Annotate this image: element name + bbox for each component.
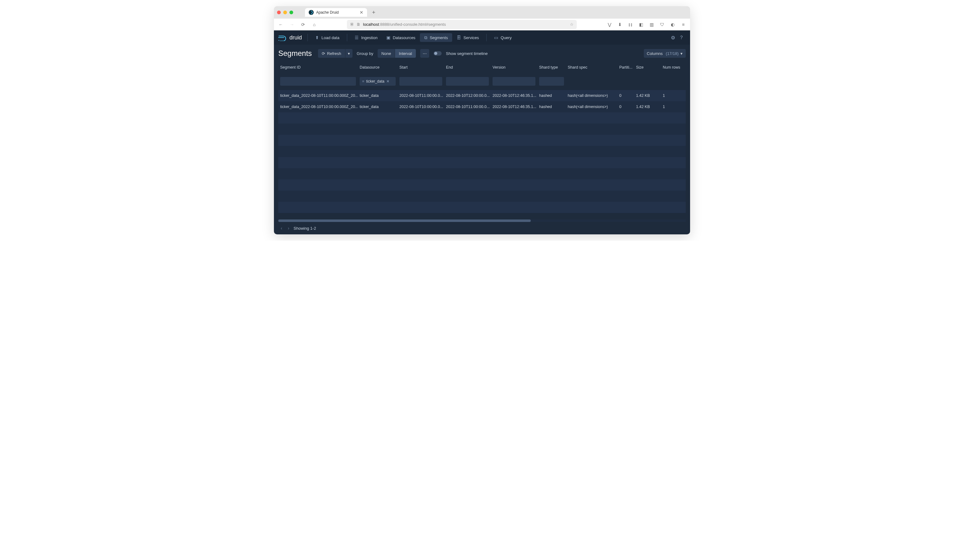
svg-point-1 xyxy=(278,40,280,41)
cell: hashed xyxy=(537,93,566,98)
nav-segments[interactable]: ⧉ Segments xyxy=(420,33,453,42)
pager-next-icon[interactable]: › xyxy=(287,226,291,230)
downloads-icon[interactable]: ⬇ xyxy=(616,20,624,29)
show-timeline-toggle[interactable] xyxy=(433,51,441,55)
nav-segments-label: Segments xyxy=(430,36,448,40)
clear-filter-icon[interactable]: ✕ xyxy=(386,79,389,83)
filter-datasource-chip[interactable]: = ticker_data ✕ xyxy=(360,77,396,86)
table-row xyxy=(278,157,686,168)
columns-button[interactable]: Columns (17/18) ▾ xyxy=(644,49,686,58)
table-row[interactable]: ticker_data_2022-08-10T11:00:00.000Z_20.… xyxy=(278,90,686,101)
browser-tab[interactable]: Apache Druid ✕ xyxy=(305,8,367,17)
horizontal-scrollbar[interactable] xyxy=(278,219,686,222)
ublock-icon[interactable]: 🛡 xyxy=(658,20,666,29)
database-icon: 🗄 xyxy=(456,35,461,40)
filter-segment-id[interactable] xyxy=(280,77,356,86)
cell: 2022-08-10T12:46:35.1... xyxy=(491,105,537,109)
extension1-icon[interactable]: ▥ xyxy=(647,20,656,29)
shield-icon: ⛨ xyxy=(350,22,354,27)
nav-load-data[interactable]: ⬆ Load data xyxy=(311,33,344,42)
group-by-buttons: None Interval xyxy=(378,49,416,58)
table-body: ticker_data_2022-08-10T11:00:00.000Z_20.… xyxy=(278,90,686,219)
nav-services[interactable]: 🗄 Services xyxy=(452,33,483,42)
new-tab-button[interactable]: + xyxy=(370,9,378,16)
refresh-dropdown[interactable]: ▾ xyxy=(345,49,352,58)
show-timeline-label: Show segment timeline xyxy=(446,51,488,56)
filter-start[interactable] xyxy=(399,77,442,86)
site-info-icon: 🗎 xyxy=(357,22,361,27)
nav-reload-icon[interactable]: ⟳ xyxy=(299,20,308,29)
table-row xyxy=(278,146,686,157)
nav-query[interactable]: ▭ Query xyxy=(490,33,516,42)
col-num-rows[interactable]: Num rows xyxy=(661,65,684,70)
pocket-icon[interactable]: ⋁ xyxy=(605,20,614,29)
page-title: Segments xyxy=(278,49,312,58)
filter-version[interactable] xyxy=(493,77,536,86)
url-host: localhost xyxy=(363,22,379,27)
col-start[interactable]: Start xyxy=(397,65,444,70)
col-size[interactable]: Size xyxy=(634,65,661,70)
window-maximize[interactable] xyxy=(290,11,293,14)
app-header: druid ⬆ Load data ☰ Ingestion ▣ Datasour… xyxy=(274,31,690,45)
col-datasource[interactable]: Datasource xyxy=(358,65,397,70)
window-close[interactable] xyxy=(277,11,281,14)
tab-close-icon[interactable]: ✕ xyxy=(360,10,363,15)
sidebar-icon[interactable]: ◧ xyxy=(637,20,645,29)
col-partition[interactable]: Partiti... xyxy=(617,65,634,70)
cell: 0 xyxy=(617,93,634,98)
col-version[interactable]: Version xyxy=(491,65,537,70)
nav-datasources[interactable]: ▣ Datasources xyxy=(382,33,420,42)
pager-prev-icon[interactable]: ‹ xyxy=(280,226,283,230)
chevron-down-icon: ▾ xyxy=(681,51,682,56)
col-end[interactable]: End xyxy=(444,65,491,70)
cell: 2022-08-10T10:00:00.0... xyxy=(397,105,444,109)
chevron-down-icon: ▾ xyxy=(348,51,350,56)
gantt-icon: ☰ xyxy=(355,35,359,40)
nav-forward-icon: → xyxy=(288,20,296,29)
filter-shard-type[interactable] xyxy=(539,77,564,86)
equals-icon: = xyxy=(362,79,364,83)
divider xyxy=(347,34,347,41)
filter-end[interactable] xyxy=(446,77,489,86)
help-icon[interactable]: ？ xyxy=(677,34,686,41)
table-row xyxy=(278,179,686,191)
address-bar[interactable]: ⛨ 🗎 localhost:8888/unified-console.html#… xyxy=(347,20,577,29)
cell: hash(<all dimensions>) xyxy=(566,105,617,109)
settings-gear-icon[interactable]: ⚙ xyxy=(669,35,677,41)
table-row xyxy=(278,123,686,135)
druid-logo-icon xyxy=(278,34,287,41)
nav-home-icon[interactable]: ⌂ xyxy=(310,20,319,29)
cell: 2022-08-10T12:46:35.1... xyxy=(491,93,537,98)
window-controls xyxy=(277,11,293,14)
table-filter-row: = ticker_data ✕ xyxy=(278,73,686,90)
cell: 2022-08-10T12:00:00.0... xyxy=(444,93,491,98)
table-header: Segment ID Datasource Start End Version … xyxy=(278,62,686,73)
col-segment-id[interactable]: Segment ID xyxy=(278,65,358,70)
segments-table: Segment ID Datasource Start End Version … xyxy=(274,62,690,234)
more-button[interactable]: ⋯ xyxy=(420,49,429,58)
col-shard-type[interactable]: Shard type xyxy=(537,65,566,70)
nav-back-icon[interactable]: ← xyxy=(277,20,285,29)
library-icon[interactable]: ⫿⫿ xyxy=(626,20,635,29)
nav-ingestion-label: Ingestion xyxy=(361,36,378,40)
group-none-button[interactable]: None xyxy=(378,49,395,58)
group-interval-button[interactable]: Interval xyxy=(395,49,416,58)
divider xyxy=(308,34,308,41)
window-minimize[interactable] xyxy=(283,11,287,14)
table-row xyxy=(278,202,686,213)
bookmark-star-icon[interactable]: ☆ xyxy=(570,22,573,27)
scrollbar-thumb[interactable] xyxy=(278,219,531,222)
druid-favicon-icon xyxy=(309,10,314,15)
cell: ticker_data_2022-08-10T11:00:00.000Z_20.… xyxy=(278,93,358,98)
cell: 1 xyxy=(661,93,684,98)
pager-showing: Showing 1-2 xyxy=(293,226,316,230)
nav-ingestion[interactable]: ☰ Ingestion xyxy=(350,33,382,42)
table-row[interactable]: ticker_data_2022-08-10T10:00:00.000Z_20.… xyxy=(278,101,686,112)
col-shard-spec[interactable]: Shard spec xyxy=(566,65,617,70)
app-menu-icon[interactable]: ≡ xyxy=(679,20,687,29)
columns-count: (17/18) xyxy=(666,51,679,56)
refresh-button[interactable]: ⟳ Refresh xyxy=(318,49,345,58)
extension2-icon[interactable]: ◐ xyxy=(668,20,677,29)
druid-logo[interactable]: druid xyxy=(278,34,302,41)
cell: hash(<all dimensions>) xyxy=(566,93,617,98)
